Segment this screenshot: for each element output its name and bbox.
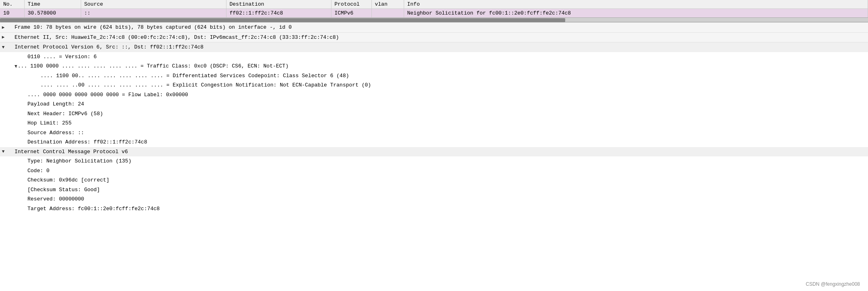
col-vlan: vlan bbox=[371, 0, 404, 9]
next-header-text: Next Header: ICMPv6 (58) bbox=[6, 110, 103, 118]
ethernet-text: Ethernet II, Src: HuaweiTe_2c:74:c8 (00:… bbox=[6, 34, 339, 42]
cell-no: 10 bbox=[0, 9, 24, 18]
next-header-row: Next Header: ICMPv6 (58) bbox=[0, 109, 868, 119]
ecn-text: .... .... ..00 .... .... .... .... .... … bbox=[6, 81, 371, 89]
cell-protocol: ICMPv6 bbox=[331, 9, 371, 18]
icmpv6-code-row: Code: 0 bbox=[0, 166, 868, 176]
cell-source: :: bbox=[81, 9, 226, 18]
checksum-text: Checksum: 0x96dc [correct] bbox=[6, 176, 109, 184]
col-source: Source bbox=[81, 0, 226, 9]
hop-limit-row: Hop Limit: 255 bbox=[0, 118, 868, 128]
icmpv6-type-row: Type: Neighbor Solicitation (135) bbox=[0, 156, 868, 166]
target-address-text: Target Address: fc00:1::2e0:fcff:fe2c:74… bbox=[6, 205, 160, 213]
flow-label-text: .... 0000 0000 0000 0000 0000 = Flow Lab… bbox=[6, 91, 188, 99]
payload-length-text: Payload Length: 24 bbox=[6, 100, 84, 108]
horizontal-scrollbar[interactable] bbox=[0, 17, 868, 22]
frame-toggle-icon: ▶ bbox=[0, 24, 6, 31]
payload-length-row: Payload Length: 24 bbox=[0, 99, 868, 109]
cell-time: 30.578000 bbox=[24, 9, 81, 18]
flow-label-row: .... 0000 0000 0000 0000 0000 = Flow Lab… bbox=[0, 90, 868, 100]
col-protocol: Protocol bbox=[331, 0, 371, 9]
cell-destination: ff02::1:ff2c:74c8 bbox=[226, 9, 331, 18]
scrollbar-thumb[interactable] bbox=[0, 18, 565, 22]
col-info: Info bbox=[404, 0, 868, 9]
frame-text: Frame 10: 78 bytes on wire (624 bits), 7… bbox=[6, 23, 292, 32]
frame-row[interactable]: ▶ Frame 10: 78 bytes on wire (624 bits),… bbox=[0, 23, 868, 33]
traffic-class-row[interactable]: ▼ .... 1100 0000 .... .... .... .... ...… bbox=[0, 61, 868, 71]
watermark: CSDN @fengxingzhe008 bbox=[806, 281, 860, 287]
src-address-text: Source Address: :: bbox=[6, 129, 84, 137]
checksum-row: Checksum: 0x96dc [correct] bbox=[0, 175, 868, 185]
ipv6-version-text: 0110 .... = Version: 6 bbox=[6, 53, 97, 61]
icmpv6-type-text: Type: Neighbor Solicitation (135) bbox=[6, 157, 131, 165]
icmpv6-text: Internet Control Message Protocol v6 bbox=[6, 148, 128, 156]
checksum-status-row: [Checksum Status: Good] bbox=[0, 185, 868, 195]
ethernet-row[interactable]: ▶ Ethernet II, Src: HuaweiTe_2c:74:c8 (0… bbox=[0, 33, 868, 43]
icmpv6-code-text: Code: 0 bbox=[6, 167, 50, 175]
packet-detail-panel: ▶ Frame 10: 78 bytes on wire (624 bits),… bbox=[0, 22, 868, 213]
dscp-text: .... 1100 00.. .... .... .... .... .... … bbox=[6, 72, 349, 80]
reserved-text: Reserved: 00000000 bbox=[6, 195, 84, 203]
reserved-row: Reserved: 00000000 bbox=[0, 194, 868, 204]
cell-info: Neighbor Solicitation for fc00:1::2e0:fc… bbox=[404, 9, 868, 18]
col-destination: Destination bbox=[226, 0, 331, 9]
cell-vlan bbox=[371, 9, 404, 18]
ipv6-version-row: 0110 .... = Version: 6 bbox=[0, 52, 868, 62]
ipv6-text: Internet Protocol Version 6, Src: ::, Ds… bbox=[6, 43, 203, 51]
ecn-row: .... .... ..00 .... .... .... .... .... … bbox=[0, 80, 868, 90]
target-address-row: Target Address: fc00:1::2e0:fcff:fe2c:74… bbox=[0, 204, 868, 214]
ipv6-row[interactable]: ▼ Internet Protocol Version 6, Src: ::, … bbox=[0, 42, 868, 52]
hop-limit-text: Hop Limit: 255 bbox=[6, 119, 71, 127]
dst-address-text: Destination Address: ff02::1:ff2c:74c8 bbox=[6, 138, 147, 146]
ethernet-toggle-icon: ▶ bbox=[0, 34, 6, 41]
dst-address-row: Destination Address: ff02::1:ff2c:74c8 bbox=[0, 137, 868, 147]
icmpv6-row[interactable]: ▼ Internet Control Message Protocol v6 bbox=[0, 147, 868, 157]
checksum-status-text: [Checksum Status: Good] bbox=[6, 186, 100, 194]
dscp-row: .... 1100 00.. .... .... .... .... .... … bbox=[0, 71, 868, 81]
traffic-class-toggle-icon: ▼ bbox=[0, 63, 15, 70]
col-time: Time bbox=[24, 0, 81, 9]
src-address-row: Source Address: :: bbox=[0, 128, 868, 138]
col-no: No. bbox=[0, 0, 24, 9]
icmpv6-toggle-icon: ▼ bbox=[0, 148, 6, 155]
packet-list-table: No. Time Source Destination Protocol vla… bbox=[0, 0, 868, 17]
packet-row[interactable]: 10 30.578000 :: ff02::1:ff2c:74c8 ICMPv6… bbox=[0, 9, 868, 18]
traffic-class-text: .... 1100 0000 .... .... .... .... .... … bbox=[15, 62, 289, 70]
ipv6-toggle-icon: ▼ bbox=[0, 44, 6, 51]
